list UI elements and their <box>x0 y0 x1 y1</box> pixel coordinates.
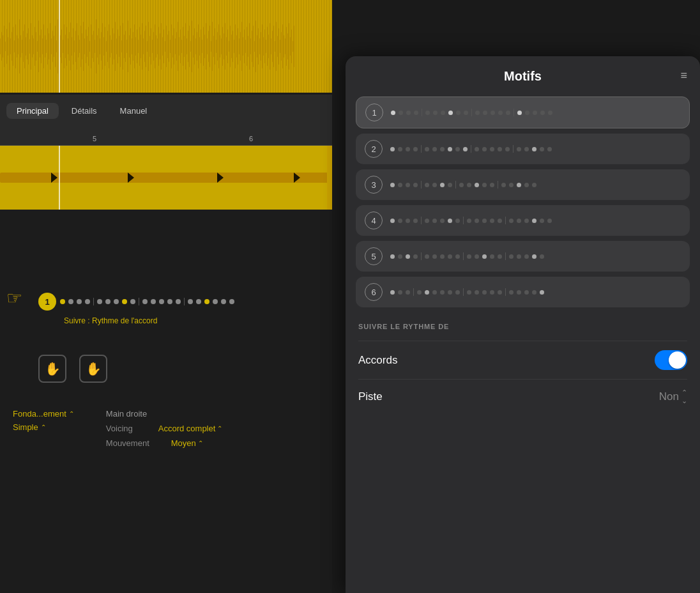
svg-rect-141 <box>181 40 182 53</box>
svg-rect-216 <box>277 36 278 57</box>
svg-rect-129 <box>166 26 167 67</box>
svg-rect-96 <box>124 35 125 58</box>
piste-label: Piste <box>358 390 383 403</box>
piste-selector[interactable]: Non ⌃⌄ <box>659 389 687 405</box>
svg-rect-199 <box>255 20 256 72</box>
svg-rect-86 <box>111 40 112 53</box>
svg-rect-59 <box>77 23 77 70</box>
svg-rect-127 <box>164 29 164 63</box>
svg-rect-161 <box>207 38 208 54</box>
voicing-value[interactable]: Accord complet ⌃ <box>158 424 223 433</box>
svg-rect-34 <box>43 24 44 68</box>
svg-rect-174 <box>224 33 224 59</box>
svg-rect-206 <box>264 29 265 63</box>
svg-rect-41 <box>52 31 53 62</box>
svg-rect-211 <box>271 38 271 54</box>
tab-principal[interactable]: Principal <box>6 103 59 119</box>
svg-rect-82 <box>106 41 107 52</box>
svg-rect-65 <box>84 38 85 54</box>
svg-rect-72 <box>93 31 94 62</box>
fonda-selector[interactable]: Fonda...ement ⌃ <box>13 409 74 419</box>
svg-rect-54 <box>70 22 71 70</box>
svg-rect-193 <box>248 36 248 57</box>
mouvement-value[interactable]: Moyen ⌃ <box>171 438 203 448</box>
svg-rect-9 <box>11 32 12 61</box>
svg-rect-1 <box>1 32 2 61</box>
suivre-section-title: SUIVRE LE RYTHME DE <box>358 323 687 330</box>
svg-rect-224 <box>287 33 288 59</box>
svg-rect-226 <box>290 37 291 56</box>
svg-rect-128 <box>165 41 165 52</box>
svg-rect-149 <box>192 20 192 72</box>
svg-rect-93 <box>120 26 121 67</box>
motif-dots-1 <box>391 109 680 116</box>
hand-btn-1[interactable]: ✋ <box>38 355 66 383</box>
svg-rect-138 <box>178 22 178 71</box>
tab-manuel[interactable]: Manuel <box>110 103 158 119</box>
motif-row-2[interactable]: 2 <box>356 134 690 164</box>
svg-rect-92 <box>119 36 119 57</box>
svg-rect-134 <box>172 35 173 58</box>
tab-details[interactable]: Détails <box>61 103 107 119</box>
svg-rect-12 <box>15 24 16 68</box>
svg-rect-215 <box>276 22 277 71</box>
svg-rect-190 <box>244 29 245 63</box>
svg-rect-108 <box>139 27 140 66</box>
svg-rect-100 <box>129 35 130 58</box>
simple-selector[interactable]: Simple ⌃ <box>13 422 74 432</box>
svg-rect-115 <box>148 22 149 71</box>
svg-rect-40 <box>51 38 52 54</box>
svg-rect-143 <box>184 36 185 57</box>
svg-rect-218 <box>280 40 280 53</box>
pattern-badge-1[interactable]: 1 <box>38 293 56 311</box>
motif-row-3[interactable]: 3 <box>356 169 690 200</box>
svg-rect-70 <box>91 24 91 68</box>
motif-dots-4 <box>390 217 681 224</box>
svg-rect-122 <box>157 38 158 54</box>
svg-rect-229 <box>294 26 294 67</box>
svg-rect-152 <box>195 38 196 54</box>
motif-row-5[interactable]: 5 <box>356 241 690 272</box>
svg-rect-45 <box>57 19 58 73</box>
svg-rect-76 <box>98 28 99 65</box>
svg-rect-19 <box>24 24 25 68</box>
svg-rect-11 <box>14 40 15 52</box>
svg-rect-230 <box>0 173 332 183</box>
svg-rect-207 <box>266 40 266 53</box>
svg-rect-68 <box>88 27 89 66</box>
svg-rect-39 <box>50 23 50 70</box>
suivre-section: SUIVRE LE RYTHME DE Accords Piste Non ⌃⌄ <box>346 310 700 414</box>
svg-rect-111 <box>143 38 144 54</box>
svg-rect-225 <box>289 23 289 70</box>
svg-rect-74 <box>96 19 96 73</box>
svg-rect-119 <box>153 32 154 61</box>
svg-rect-73 <box>95 40 95 53</box>
svg-rect-214 <box>275 41 275 52</box>
svg-rect-36 <box>46 40 47 53</box>
bottom-controls: ✋ ✋ <box>38 355 107 383</box>
motif-row-1[interactable]: 1 <box>356 96 690 128</box>
svg-rect-51 <box>66 27 67 66</box>
svg-rect-212 <box>272 31 273 62</box>
hand-btn-2[interactable]: ✋ <box>79 355 107 383</box>
svg-rect-158 <box>203 27 204 66</box>
svg-rect-104 <box>134 24 135 68</box>
svg-rect-94 <box>121 40 122 52</box>
svg-rect-201 <box>258 28 259 65</box>
svg-rect-124 <box>160 33 160 59</box>
svg-rect-38 <box>49 33 49 59</box>
svg-rect-0 <box>0 38 1 54</box>
svg-rect-97 <box>125 31 126 62</box>
svg-rect-6 <box>8 37 8 56</box>
svg-rect-44 <box>56 40 57 52</box>
voicing-label: Voicing <box>106 424 133 433</box>
motif-row-6[interactable]: 6 <box>356 277 690 307</box>
motif-number-4: 4 <box>365 212 383 229</box>
accords-toggle[interactable] <box>655 350 687 370</box>
svg-rect-30 <box>38 20 39 72</box>
motif-row-4[interactable]: 4 <box>356 205 690 236</box>
svg-rect-27 <box>34 27 35 66</box>
svg-rect-197 <box>253 26 254 67</box>
motif-number-1: 1 <box>365 104 383 121</box>
motifs-menu-btn[interactable]: ≡ <box>680 69 687 82</box>
